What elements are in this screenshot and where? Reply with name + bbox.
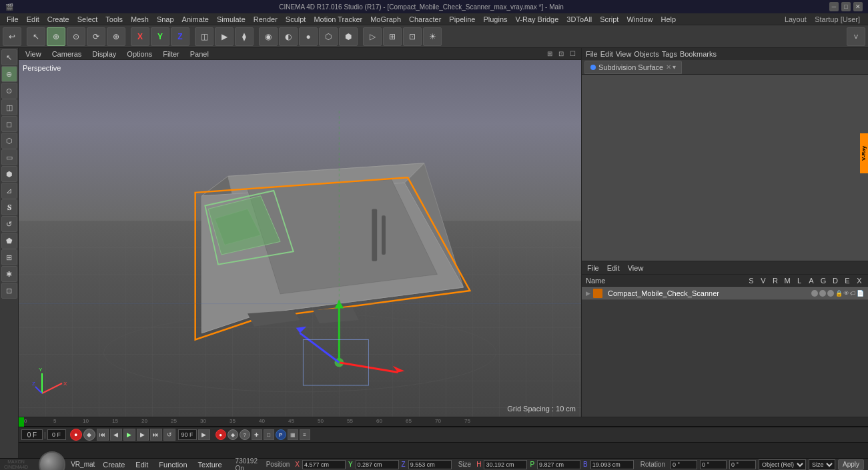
attributes-icon[interactable]: ⬢ — [339, 27, 358, 46]
lt-soft[interactable]: ⬟ — [1, 233, 17, 249]
menu-mesh[interactable]: Mesh — [127, 13, 153, 25]
obj-expand-icon[interactable]: ▶ — [586, 290, 590, 297]
minimize-btn[interactable]: ─ — [829, 2, 839, 11]
key-p-btn[interactable]: P — [276, 429, 286, 440]
autokey-btn[interactable]: ● — [215, 429, 226, 440]
lt-scene[interactable]: 𝐒 — [1, 199, 17, 215]
vray-icon-1[interactable]: V — [847, 27, 865, 46]
frame-end-input[interactable] — [178, 429, 197, 440]
menu-snap[interactable]: Snap — [153, 13, 178, 25]
prev-frame-btn[interactable]: ◀ — [110, 429, 122, 441]
apply-button[interactable]: Apply — [838, 459, 864, 470]
obj-dot-r[interactable] — [827, 290, 834, 297]
lt-python[interactable]: ⊡ — [1, 283, 17, 299]
lt-nurbs[interactable]: ⬢ — [1, 166, 17, 182]
vp-icon-3[interactable]: ☐ — [568, 49, 577, 59]
menu-plugins[interactable]: Plugins — [479, 13, 511, 25]
vp-icon-2[interactable]: ⊡ — [556, 49, 566, 59]
obj-lock-icon[interactable]: 🔒 — [835, 290, 843, 297]
axis-y[interactable]: Y — [151, 27, 169, 46]
materials-icon[interactable]: ◐ — [279, 27, 298, 46]
vp-menu-cameras[interactable]: Cameras — [49, 50, 85, 58]
menu-vray[interactable]: V-Ray Bridge — [512, 13, 563, 25]
menu-select[interactable]: Select — [73, 13, 102, 25]
ry-input[interactable] — [700, 460, 727, 469]
attr-view-menu[interactable]: View — [616, 50, 632, 58]
keyframe-btn[interactable]: ◆ — [83, 429, 95, 441]
lt-sketch[interactable]: ✱ — [1, 266, 17, 282]
attr-tags-menu[interactable]: Tags — [662, 50, 677, 58]
obj-script-icon[interactable]: 📄 — [857, 290, 864, 297]
layers-icon[interactable]: ⬡ — [319, 27, 338, 46]
vp-icon-1[interactable]: ⊞ — [545, 49, 554, 59]
menu-help[interactable]: Help — [657, 13, 681, 25]
menu-file[interactable]: File — [3, 13, 23, 25]
lt-live[interactable]: ⊕ — [1, 66, 17, 82]
key-cross-btn[interactable]: ✚ — [252, 429, 262, 440]
render-view[interactable]: ▶ — [215, 27, 234, 46]
lt-select[interactable]: ↖ — [1, 49, 17, 65]
vp-menu-panel[interactable]: Panel — [187, 50, 211, 58]
rx-input[interactable] — [671, 460, 697, 469]
mat-edit-menu[interactable]: Edit — [133, 461, 151, 469]
p-size-input[interactable] — [537, 460, 580, 469]
vp-menu-display[interactable]: Display — [89, 50, 119, 58]
object-row-scanner[interactable]: ▶ Compact_Mobile_Check_Scanner 🔒 👁 🏷 — [582, 287, 868, 300]
loop-btn[interactable]: ↺ — [163, 429, 175, 441]
mat-create-menu[interactable]: Create — [100, 461, 127, 469]
subdivision-tab[interactable]: Subdivision Surface ✕ ▾ — [584, 61, 682, 74]
objects-icon[interactable]: ◉ — [259, 27, 278, 46]
h-size-input[interactable] — [484, 460, 527, 469]
record-btn[interactable]: ● — [70, 429, 82, 441]
attr-file-menu[interactable]: File — [586, 50, 598, 58]
key-help-btn[interactable]: ? — [240, 429, 250, 440]
lt-poly[interactable]: ⬡ — [1, 133, 17, 149]
menu-edit[interactable]: Edit — [23, 13, 43, 25]
key-sel-btn[interactable]: ◆ — [228, 429, 238, 440]
vp-menu-view[interactable]: View — [23, 50, 44, 58]
scale-tool[interactable]: ⊙ — [67, 27, 85, 46]
lt-rotate[interactable]: ◻ — [1, 116, 17, 132]
menu-3dtoall[interactable]: 3DToAll — [562, 13, 596, 25]
goto-start-btn[interactable]: ⏮ — [97, 429, 109, 441]
obj-view-menu[interactable]: View — [625, 264, 646, 272]
attr-bookmarks-menu[interactable]: Bookmarks — [680, 50, 717, 58]
poly-mode[interactable]: ⊡ — [403, 27, 422, 46]
menu-render[interactable]: Render — [250, 13, 282, 25]
attr-objects-menu[interactable]: Objects — [634, 50, 659, 58]
scene-icon[interactable]: ● — [299, 27, 318, 46]
obj-tag-icon[interactable]: 🏷 — [850, 290, 856, 297]
3d-viewport[interactable]: Perspective — [19, 60, 581, 417]
play-btn[interactable]: ▶ — [123, 429, 135, 441]
frame-start-input[interactable] — [47, 429, 66, 440]
rz-input[interactable] — [729, 460, 756, 469]
rotate-tool[interactable]: ⟳ — [87, 27, 105, 46]
lt-deform[interactable]: ⊿ — [1, 183, 17, 199]
start-marker[interactable] — [19, 417, 24, 427]
menu-character[interactable]: Character — [405, 13, 445, 25]
current-frame-input[interactable] — [21, 429, 43, 440]
edges-mode[interactable]: ⊞ — [383, 27, 402, 46]
menu-simulate[interactable]: Simulate — [213, 13, 250, 25]
mat-function-menu[interactable]: Function — [156, 461, 189, 469]
fps-indicator[interactable]: ▶ — [198, 429, 210, 440]
menu-mograph[interactable]: MoGraph — [366, 13, 405, 25]
menu-sculpt[interactable]: Sculpt — [282, 13, 310, 25]
lt-move[interactable]: ⊙ — [1, 83, 17, 99]
menu-script[interactable]: Script — [596, 13, 622, 25]
axis-z[interactable]: Z — [171, 27, 189, 46]
obj-dot-v[interactable] — [819, 290, 826, 297]
vp-menu-options[interactable]: Options — [124, 50, 155, 58]
obj-edit-menu[interactable]: Edit — [604, 264, 622, 272]
mat-texture-menu[interactable]: Texture — [195, 461, 225, 469]
render-region[interactable]: ◫ — [195, 27, 213, 46]
b-size-input[interactable] — [590, 460, 634, 469]
render-settings[interactable]: ⧫ — [235, 27, 254, 46]
menu-motiontracker[interactable]: Motion Tracker — [310, 13, 366, 25]
object-ref-select[interactable]: Object (Rel) — [759, 459, 806, 470]
vray-panel-strip[interactable]: V-Ray — [860, 133, 868, 173]
axis-x[interactable]: X — [131, 27, 149, 46]
obj-eye-icon[interactable]: 👁 — [843, 290, 849, 297]
size-mode-select[interactable]: Size — [809, 459, 835, 470]
menu-animate[interactable]: Animate — [178, 13, 213, 25]
